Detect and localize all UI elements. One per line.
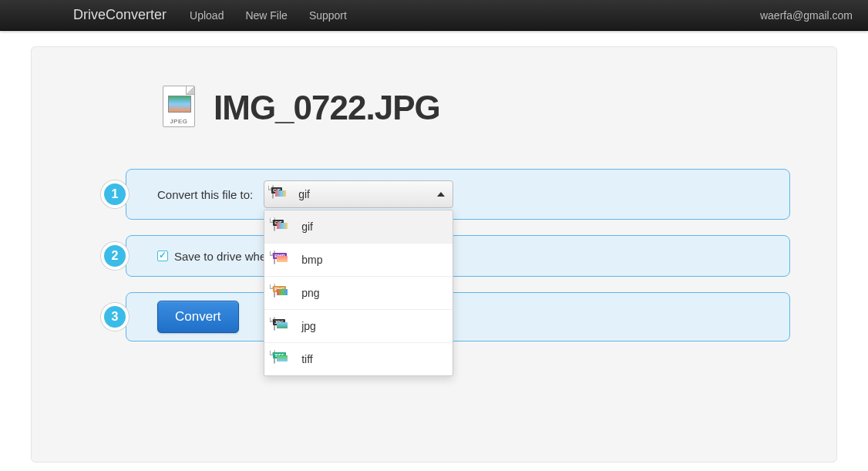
content-card: JPEG IMG_0722.JPG 1 Convert this file to… [31,46,837,463]
user-email[interactable]: waerfa@gmail.com [760,9,853,22]
caret-up-icon [437,192,445,197]
file-type-label: JPEG [163,118,194,125]
step-1-badge: 1 [101,180,129,208]
step-3-box: Convert [126,292,790,341]
file-name: IMG_0722.JPG [214,89,440,127]
step-2-box: Save to drive when done [126,235,790,277]
format-selected-label: gif [298,188,310,200]
format-option-label: jpg [301,320,316,332]
nav-support[interactable]: Support [309,9,347,22]
save-to-drive-checkbox[interactable] [157,251,168,261]
format-dropdown-menu: GIF gif BMP bmp PNG png [264,210,453,376]
format-option-label: tiff [301,353,313,365]
format-option-label: gif [301,220,313,233]
file-header: JPEG IMG_0722.JPG [163,86,790,130]
step-1-box: Convert this file to: GIF gif GIF [126,169,790,220]
format-dropdown: GIF gif GIF gif BMP [264,180,453,208]
png-icon: PNG [274,284,292,301]
format-dropdown-toggle[interactable]: GIF gif [264,180,453,208]
main: JPEG IMG_0722.JPG 1 Convert this file to… [0,31,868,463]
step-2-badge: 2 [101,242,129,270]
format-option-png[interactable]: PNG png [264,277,453,310]
format-option-jpg[interactable]: JPG jpg [264,310,453,343]
format-option-label: bmp [301,254,322,266]
file-type-icon: JPEG [163,86,198,130]
format-option-label: png [301,287,319,299]
step-1-label: Convert this file to: [157,188,253,201]
format-selected-icon: GIF [272,186,291,203]
nav-upload[interactable]: Upload [190,9,224,22]
steps: 1 Convert this file to: GIF gif [101,169,790,341]
format-option-bmp[interactable]: BMP bmp [264,244,453,277]
step-1: 1 Convert this file to: GIF gif [101,169,790,220]
bmp-icon: BMP [274,251,292,268]
format-option-tiff[interactable]: TIFF tiff [264,343,453,375]
nav-new-file[interactable]: New File [245,9,287,22]
jpg-icon: JPG [274,318,292,335]
step-3-badge: 3 [101,303,129,331]
brand[interactable]: DriveConverter [73,7,167,23]
gif-icon: GIF [274,218,292,235]
navbar: DriveConverter Upload New File Support w… [0,0,868,31]
format-option-gif[interactable]: GIF gif [264,210,453,244]
navbar-left: DriveConverter Upload New File Support [73,7,368,23]
convert-button[interactable]: Convert [157,301,239,333]
tiff-icon: TIFF [274,351,292,368]
